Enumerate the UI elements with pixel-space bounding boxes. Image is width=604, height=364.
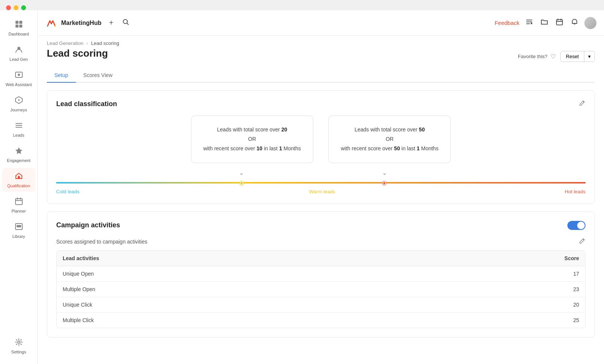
sidebar-item-planner[interactable]: Planner	[2, 193, 35, 217]
sidebar-item-web-assistant[interactable]: Web Assistant	[2, 67, 35, 91]
feedback-button[interactable]: Feedback	[495, 20, 519, 26]
scores-label: Scores assigned to campaign activities	[56, 238, 586, 246]
edit-classification-button[interactable]	[579, 100, 586, 108]
activity-name: Multiple Click	[63, 317, 534, 323]
activity-name: Unique Open	[63, 271, 534, 277]
box2-line3-pre: with recent score over	[341, 145, 394, 151]
box2-or: OR	[386, 136, 394, 142]
sidebar-item-settings[interactable]: Settings	[2, 334, 35, 358]
edit-scores-button[interactable]	[579, 238, 586, 246]
sidebar-item-dashboard[interactable]: Dashboard	[2, 16, 35, 40]
sidebar-item-label: Library	[12, 234, 25, 239]
warm-threshold-marker: ⌄	[239, 169, 244, 176]
campaign-section-title: Campaign activities	[56, 221, 120, 229]
svg-rect-0	[15, 21, 18, 24]
heart-icon[interactable]: ♡	[550, 53, 556, 60]
breadcrumb: Lead Generation › Lead scoring	[47, 36, 595, 48]
tab-scores-view[interactable]: Scores View	[76, 68, 120, 83]
table-row: Unique Click 20	[57, 297, 585, 313]
reset-button[interactable]: Reset	[561, 51, 584, 62]
settings-icon	[15, 338, 23, 348]
activity-score: 25	[534, 317, 579, 323]
add-button[interactable]: +	[108, 17, 115, 29]
warm-chevron-icon: ⌄	[239, 169, 244, 176]
svg-point-16	[18, 341, 20, 343]
minimize-dot[interactable]	[14, 5, 18, 10]
activity-score: 20	[534, 302, 579, 308]
box2-line1-pre: Leads with total score over	[354, 126, 419, 133]
table-row: Multiple Open 23	[57, 282, 585, 297]
activity-name: Multiple Open	[63, 286, 534, 292]
reset-button-wrap: Reset ▾	[560, 51, 595, 62]
activity-score: 23	[534, 286, 579, 292]
slider-area: ⌄ ⌄	[56, 169, 586, 194]
close-dot[interactable]	[6, 5, 11, 10]
table-row: Multiple Click 25	[57, 313, 585, 328]
leads-icon	[15, 121, 23, 131]
svg-rect-1	[19, 21, 22, 24]
box2-threshold2: 50	[394, 145, 400, 151]
hot-chevron-icon: ⌄	[382, 169, 387, 176]
sidebar-item-label: Leads	[13, 133, 25, 137]
activity-score: 17	[534, 271, 579, 277]
sidebar-item-leads[interactable]: Leads	[2, 117, 35, 141]
main-content: MarketingHub + Feedback	[38, 10, 604, 364]
sidebar-item-label: Settings	[11, 350, 26, 354]
sidebar-item-qualification[interactable]: Qualification	[2, 168, 35, 192]
topbar: MarketingHub + Feedback	[38, 10, 604, 36]
svg-rect-25	[556, 20, 562, 25]
box1-line3-mid: in last	[262, 145, 279, 151]
window-chrome	[0, 0, 604, 10]
activity-name: Unique Click	[63, 302, 534, 308]
svg-rect-11	[15, 127, 22, 128]
page-title: Lead scoring	[47, 48, 108, 59]
box1-or: OR	[248, 136, 256, 142]
box2-months-label: Months	[420, 145, 439, 151]
web-assistant-icon	[15, 71, 23, 81]
box1-months-label: Months	[282, 145, 301, 151]
svg-rect-10	[15, 125, 22, 126]
box2-months: 1	[417, 145, 420, 151]
tab-setup[interactable]: Setup	[47, 68, 76, 83]
content-area: Lead Generation › Lead scoring Lead scor…	[38, 36, 604, 364]
cold-track	[56, 182, 242, 184]
sidebar: Dashboard Lead Gen Web	[0, 10, 38, 364]
calendar-icon-button[interactable]	[554, 17, 565, 29]
sidebar-item-label: Dashboard	[9, 32, 29, 36]
hot-handle[interactable]	[382, 181, 386, 185]
slider-labels: Cold leads Warm leads Hot leads	[56, 189, 586, 194]
section-header: Lead classification	[56, 100, 586, 108]
sidebar-item-lead-gen[interactable]: Lead Gen	[2, 42, 35, 65]
planner-icon	[15, 197, 23, 207]
maximize-dot[interactable]	[21, 5, 26, 10]
box1-threshold1: 20	[281, 126, 287, 133]
folder-icon-button[interactable]	[539, 17, 550, 29]
svg-rect-22	[526, 22, 532, 22]
box2-line3-mid: in last	[400, 145, 416, 151]
logo-area: MarketingHub	[45, 17, 102, 29]
warm-track	[242, 182, 586, 184]
lead-gen-icon	[15, 45, 23, 56]
classification-box-2: Leads with total score over 50 OR with r…	[328, 116, 451, 163]
bell-icon-button[interactable]	[569, 17, 580, 29]
lead-classification-section: Lead classification Leads with total sco…	[47, 90, 595, 204]
avatar	[584, 17, 596, 29]
journeys-icon	[15, 96, 23, 106]
campaign-toggle[interactable]	[567, 221, 586, 230]
qualification-icon	[15, 172, 23, 182]
svg-rect-2	[15, 25, 18, 28]
sidebar-item-engagement[interactable]: Engagement	[2, 143, 35, 167]
warm-label: Warm leads	[79, 189, 565, 194]
search-button[interactable]	[121, 17, 131, 29]
campaign-section-header: Campaign activities	[56, 221, 586, 230]
svg-point-18	[47, 25, 48, 27]
warm-handle[interactable]	[240, 181, 243, 185]
sidebar-item-library[interactable]: Library	[2, 219, 35, 242]
section-title: Lead classification	[56, 100, 117, 108]
list-icon-button[interactable]	[524, 17, 535, 29]
hot-label: Hot leads	[565, 189, 586, 194]
reset-chevron-button[interactable]: ▾	[584, 51, 595, 62]
classification-box-1: Leads with total score over 20 OR with r…	[191, 116, 313, 163]
svg-point-6	[18, 74, 20, 76]
sidebar-item-journeys[interactable]: Journeys	[2, 92, 35, 116]
